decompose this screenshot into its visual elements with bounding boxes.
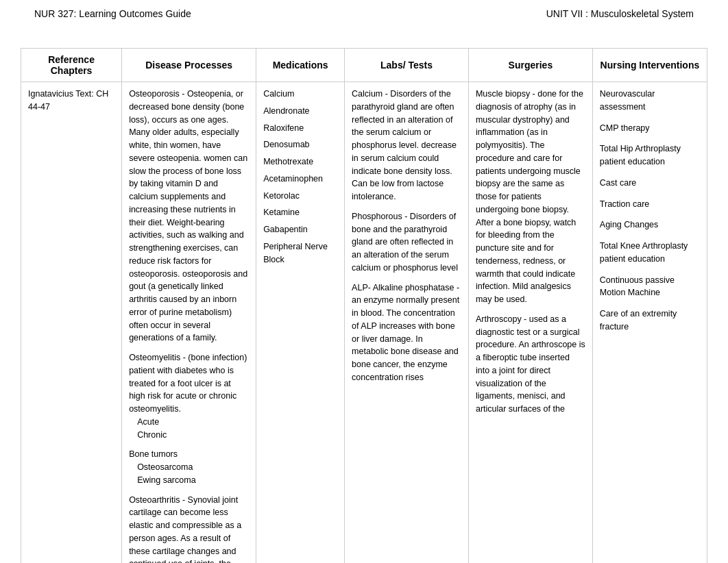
osteoporosis-text: Osteoporosis - Osteopenia, or decreased …: [129, 89, 247, 342]
col-header-labs: Labs/ Tests: [345, 49, 469, 82]
col-header-nursing: Nursing Interventions: [592, 49, 707, 82]
bone-tumors-text: Bone tumors: [129, 449, 178, 459]
acute-text: Acute: [129, 416, 249, 429]
nursing-item: Cast care: [600, 177, 700, 190]
chronic-text: Chronic: [129, 429, 249, 442]
medication-item: Peripheral Nerve Block: [263, 240, 337, 266]
col-header-disease: Disease Processes: [122, 49, 256, 82]
osteoarthritis-text: Osteoarthritis - Synovial joint cartilag…: [129, 495, 241, 564]
nursing-item: Traction care: [600, 198, 700, 211]
medications-cell: CalciumAlendronateRaloxifeneDenosumabMet…: [256, 82, 345, 564]
top-bar: NUR 327: Learning Outcomes Guide UNIT VI…: [0, 0, 728, 27]
medication-item: Ketorolac: [263, 190, 337, 203]
medication-item: Alendronate: [263, 105, 337, 118]
labs-cell: Calcium - Disorders of the parathyroid g…: [345, 82, 469, 564]
nursing-item: Aging Changes: [600, 218, 700, 232]
header-right: UNIT VII : Musculoskeletal System: [546, 8, 694, 19]
medication-item: Gabapentin: [263, 223, 337, 236]
muscle-biopsy-text: Muscle biopsy - done for the diagnosis o…: [476, 89, 583, 304]
col-header-reference: Reference Chapters: [21, 49, 122, 82]
nursing-item: Care of an extremity fracture: [600, 308, 700, 334]
content-table: Reference Chapters Disease Processes Med…: [21, 48, 707, 563]
phosphorous-text: Phosphorous - Disorders of bone and the …: [352, 212, 458, 273]
nursing-item: Total Knee Arthroplasty patient educatio…: [600, 240, 700, 266]
bone-tumors-section: Bone tumors Osteosarcoma Ewing sarcoma: [129, 448, 249, 486]
medication-item: Acetaminophen: [263, 173, 337, 186]
osteosarcoma-text: Osteosarcoma: [129, 461, 249, 474]
nursing-item: CMP therapy: [600, 122, 700, 135]
alp-section: ALP- Alkaline phosphatase - an enzyme no…: [352, 282, 461, 384]
osteoarthritis-section: Osteoarthritis - Synovial joint cartilag…: [129, 494, 249, 564]
header-left: NUR 327: Learning Outcomes Guide: [34, 8, 191, 19]
osteomyelitis-text: Osteomyelitis - (bone infection) patient…: [129, 353, 247, 414]
nursing-item: Neurovascular assessment: [600, 88, 700, 114]
osteomyelitis-section: Osteomyelitis - (bone infection) patient…: [129, 351, 249, 441]
main-row: Ignatavicius Text: CH 44-47 Osteoporosis…: [21, 82, 707, 564]
arthroscopy-text: Arthroscopy - used as a diagnostic test …: [476, 314, 585, 414]
calcium-lab-text: Calcium - Disorders of the parathyroid g…: [352, 89, 457, 201]
reference-cell: Ignatavicius Text: CH 44-47: [21, 82, 122, 564]
medication-item: Methotrexate: [263, 155, 337, 168]
nursing-cell: Neurovascular assessmentCMP therapyTotal…: [592, 82, 707, 564]
reference-text: Ignatavicius Text: CH 44-47: [28, 89, 108, 112]
nursing-item: Continuous passive Motion Machine: [600, 274, 700, 300]
medication-item: Ketamine: [263, 206, 337, 219]
surgeries-cell: Muscle biopsy - done for the diagnosis o…: [468, 82, 592, 564]
phosphorous-section: Phosphorous - Disorders of bone and the …: [352, 210, 461, 275]
medication-item: Denosumab: [263, 138, 337, 151]
nursing-item: Total Hip Arthroplasty patient education: [600, 142, 700, 168]
medication-item: Calcium: [263, 88, 337, 101]
alp-text: ALP- Alkaline phosphatase - an enzyme no…: [352, 283, 459, 382]
medication-item: Raloxifene: [263, 122, 337, 135]
ewing-text: Ewing sarcoma: [129, 474, 249, 487]
col-header-surgeries: Surgeries: [468, 49, 592, 82]
main-content: Reference Chapters Disease Processes Med…: [0, 48, 728, 563]
col-header-medications: Medications: [256, 49, 345, 82]
disease-cell: Osteoporosis - Osteopenia, or decreased …: [122, 82, 256, 564]
arthroscopy-section: Arthroscopy - used as a diagnostic test …: [476, 313, 585, 416]
